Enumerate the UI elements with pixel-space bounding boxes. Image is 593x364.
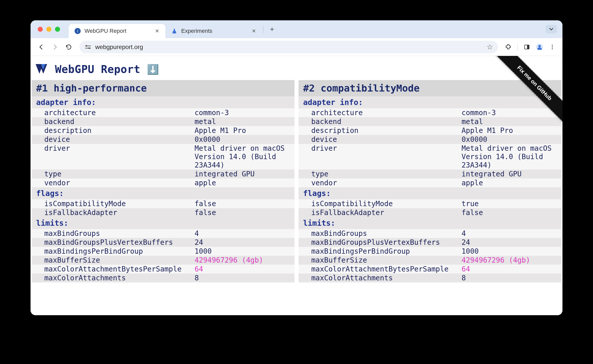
- window-minimize-button[interactable]: [46, 27, 51, 32]
- bookmark-star-icon[interactable]: ☆: [487, 43, 493, 51]
- tab-experiments[interactable]: Experiments ✕: [165, 24, 262, 38]
- kv-table: architecturecommon-3backendmetaldescript…: [32, 108, 294, 187]
- tab-separator: [263, 25, 263, 33]
- adapter-heading: #2 compatibilityMode: [299, 80, 561, 96]
- property-value: 1000: [461, 247, 561, 256]
- table-row: typeintegrated GPU: [299, 170, 561, 178]
- property-value: Metal driver on macOS Version 14.0 (Buil…: [461, 144, 561, 170]
- download-button[interactable]: ⬇️: [147, 64, 159, 75]
- property-key: vendor: [32, 178, 194, 187]
- svg-point-10: [552, 45, 553, 46]
- property-key: driver: [32, 144, 194, 170]
- property-value: metal: [461, 117, 561, 126]
- table-row: maxBufferSize4294967296 (4gb): [299, 256, 561, 265]
- section-heading: adapter info:: [299, 96, 561, 108]
- property-key: architecture: [32, 108, 194, 117]
- property-key: description: [32, 126, 194, 135]
- info-icon: i: [74, 28, 81, 34]
- property-value: 24: [461, 238, 561, 247]
- table-row: descriptionApple M1 Pro: [299, 126, 561, 135]
- browser-window: i WebGPU Report ✕ Experiments ✕ +: [31, 20, 562, 315]
- side-panel-button[interactable]: [522, 42, 532, 52]
- svg-rect-7: [527, 45, 529, 49]
- flask-icon: [171, 28, 178, 34]
- forward-button[interactable]: [49, 41, 61, 53]
- property-value: 1000: [194, 247, 294, 256]
- table-row: maxColorAttachments8: [299, 274, 561, 282]
- section-heading: flags:: [32, 187, 294, 199]
- property-key: description: [299, 126, 461, 135]
- table-row: maxBindGroups4: [299, 229, 561, 238]
- property-key: architecture: [299, 108, 461, 117]
- tab-label: Experiments: [181, 28, 212, 34]
- property-value: 0x0000: [461, 135, 561, 144]
- property-value: 4294967296 (4gb): [461, 256, 561, 265]
- property-key: isFallbackAdapter: [32, 208, 194, 217]
- site-settings-icon[interactable]: [84, 44, 92, 50]
- table-row: backendmetal: [299, 117, 561, 126]
- window-controls: [38, 27, 60, 32]
- property-value: 4: [194, 229, 294, 238]
- property-value: apple: [194, 178, 294, 187]
- property-key: maxBindGroups: [32, 229, 194, 238]
- property-value: false: [194, 208, 294, 217]
- svg-point-9: [538, 45, 541, 47]
- property-value: false: [461, 208, 561, 217]
- property-key: isCompatibilityMode: [299, 199, 461, 208]
- property-key: maxColorAttachmentBytesPerSample: [32, 265, 194, 274]
- new-tab-button[interactable]: +: [267, 24, 277, 34]
- property-value: common-3: [194, 108, 294, 117]
- table-row: isCompatibilityModefalse: [32, 199, 294, 208]
- close-icon[interactable]: ✕: [251, 28, 257, 34]
- table-row: device0x0000: [299, 135, 561, 144]
- kv-table: architecturecommon-3backendmetaldescript…: [299, 108, 561, 187]
- window-close-button[interactable]: [38, 27, 43, 32]
- property-key: maxBindingsPerBindGroup: [32, 247, 194, 256]
- section-heading: adapter info:: [32, 96, 294, 108]
- tab-strip: i WebGPU Report ✕ Experiments ✕ +: [31, 20, 562, 38]
- adapter-column: #1 high-performanceadapter info:architec…: [32, 80, 294, 282]
- property-key: maxBindGroups: [299, 229, 461, 238]
- extensions-button[interactable]: [503, 42, 513, 52]
- property-value: metal: [194, 117, 294, 126]
- property-key: maxBindingsPerBindGroup: [299, 247, 461, 256]
- property-key: maxBindGroupsPlusVertexBuffers: [299, 238, 461, 247]
- tabs: i WebGPU Report ✕ Experiments ✕ +: [69, 20, 277, 38]
- table-row: maxColorAttachmentBytesPerSample64: [32, 265, 294, 274]
- webgpu-logo-icon: [36, 64, 51, 75]
- table-row: descriptionApple M1 Pro: [32, 126, 294, 135]
- table-row: isFallbackAdapterfalse: [32, 208, 294, 217]
- back-button[interactable]: [36, 41, 47, 53]
- property-value: 64: [461, 265, 561, 274]
- reload-button[interactable]: [63, 41, 74, 53]
- tabs-dropdown-button[interactable]: [546, 25, 557, 34]
- property-key: isFallbackAdapter: [299, 208, 461, 217]
- table-row: maxColorAttachmentBytesPerSample64: [299, 265, 561, 274]
- table-row: isFallbackAdapterfalse: [299, 208, 561, 217]
- page-title: WebGPU Report: [55, 63, 140, 75]
- adapter-heading: #1 high-performance: [32, 80, 294, 96]
- table-row: architecturecommon-3: [32, 108, 294, 117]
- url-text: webgpureport.org: [95, 43, 143, 51]
- profile-button[interactable]: [534, 42, 545, 52]
- kebab-menu-button[interactable]: [547, 42, 557, 52]
- kv-table: maxBindGroups4maxBindGroupsPlusVertexBuf…: [299, 229, 561, 282]
- property-key: maxColorAttachments: [32, 274, 194, 282]
- property-value: false: [194, 199, 294, 208]
- window-maximize-button[interactable]: [55, 27, 60, 32]
- address-bar[interactable]: webgpureport.org ☆: [79, 41, 498, 53]
- page-header: WebGPU Report ⬇️: [31, 56, 562, 80]
- tab-label: WebGPU Report: [84, 28, 126, 34]
- property-value: common-3: [461, 108, 561, 117]
- property-value: 24: [194, 238, 294, 247]
- table-row: isCompatibilityModetrue: [299, 199, 561, 208]
- close-icon[interactable]: ✕: [154, 28, 160, 34]
- table-row: driverMetal driver on macOS Version 14.0…: [32, 144, 294, 170]
- property-key: isCompatibilityMode: [32, 199, 194, 208]
- property-value: 0x0000: [194, 135, 294, 144]
- table-row: driverMetal driver on macOS Version 14.0…: [299, 144, 561, 170]
- property-key: maxBufferSize: [299, 256, 461, 265]
- kv-table: isCompatibilityModetrueisFallbackAdapter…: [299, 199, 561, 217]
- adapter-column: #2 compatibilityModeadapter info:archite…: [299, 80, 561, 282]
- tab-webgpu-report[interactable]: i WebGPU Report ✕: [69, 24, 165, 38]
